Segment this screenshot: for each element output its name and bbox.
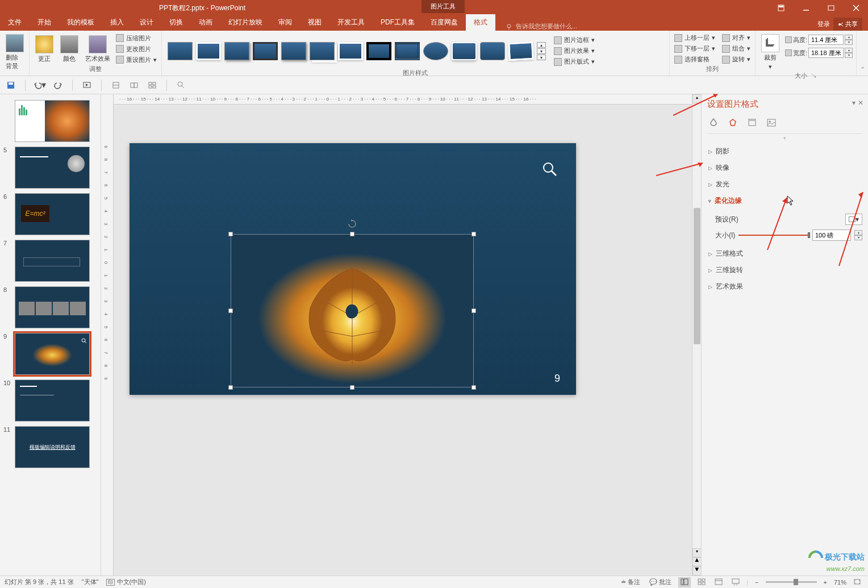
resize-handle-tr[interactable] (471, 232, 476, 236)
align-button[interactable]: 对齐 ▾ (721, 33, 752, 43)
zoom-level[interactable]: 71% (834, 579, 846, 586)
width-up[interactable]: ▴ (845, 48, 853, 53)
reflection-section[interactable]: ▷映像 (707, 160, 862, 176)
ribbon-display-options-icon[interactable] (769, 0, 793, 16)
picture-style-2[interactable] (196, 42, 221, 60)
scroll-down-button[interactable]: ▾ (692, 548, 702, 557)
picture-style-3[interactable] (224, 42, 249, 60)
soft-edge-size-input[interactable] (812, 230, 851, 241)
picture-style-10[interactable] (423, 42, 448, 60)
zoom-slider[interactable] (766, 581, 817, 583)
gallery-down-button[interactable]: ▾ (537, 48, 546, 54)
artistic-section[interactable]: ▷艺术效果 (707, 278, 862, 295)
thumb-slide-10[interactable]: 10 (0, 377, 101, 424)
close-icon[interactable] (844, 0, 868, 16)
collapse-ribbon-icon[interactable]: ⌃ (860, 66, 865, 73)
picture-tab[interactable] (765, 116, 778, 129)
qat-btn-6[interactable] (128, 79, 140, 91)
gallery-up-button[interactable]: ▴ (537, 42, 546, 48)
undo-button[interactable]: ▾ (34, 79, 46, 91)
picture-style-5[interactable] (281, 42, 306, 60)
normal-view-button[interactable] (678, 577, 691, 587)
tab-transition[interactable]: 切换 (161, 14, 191, 31)
thumb-slide-4[interactable] (0, 98, 101, 144)
comments-button[interactable]: 💬 批注 (647, 577, 674, 587)
qat-btn-7[interactable] (146, 79, 158, 91)
login-button[interactable]: 登录 (817, 20, 830, 28)
tab-review[interactable]: 审阅 (270, 14, 300, 31)
resize-handle-tl[interactable] (228, 232, 233, 236)
width-down[interactable]: ▾ (845, 53, 853, 58)
height-down[interactable]: ▾ (845, 40, 853, 45)
share-button[interactable]: 共享 (833, 18, 862, 31)
leaf-image[interactable] (231, 234, 474, 387)
size-up[interactable]: ▴ (854, 230, 862, 235)
tab-insert[interactable]: 插入 (102, 14, 132, 31)
picture-layout-button[interactable]: 图片版式 ▾ (553, 57, 596, 66)
preset-dropdown[interactable]: ▾ (845, 214, 862, 225)
tab-format[interactable]: 格式 (466, 14, 495, 31)
height-up[interactable]: ▴ (845, 35, 853, 40)
tab-animation[interactable]: 动画 (191, 14, 220, 31)
picture-style-7[interactable] (338, 42, 363, 60)
picture-style-12[interactable] (480, 42, 505, 60)
tab-view[interactable]: 视图 (300, 14, 329, 31)
glow-section[interactable]: ▷发光 (707, 176, 862, 193)
height-input[interactable] (808, 35, 844, 45)
thumb-slide-11[interactable]: 11 模板编辑说明和反馈 (0, 424, 101, 470)
width-input[interactable] (808, 48, 844, 58)
size-properties-tab[interactable] (746, 116, 758, 129)
change-picture-button[interactable]: 更改图片 (115, 44, 158, 54)
next-slide-button[interactable]: ⯆ (692, 566, 702, 576)
picture-style-11[interactable] (452, 42, 477, 60)
picture-style-13[interactable] (508, 41, 534, 60)
reading-view-button[interactable] (712, 577, 725, 587)
maximize-icon[interactable] (819, 0, 843, 16)
resize-handle-bm[interactable] (350, 385, 354, 390)
zoom-slider-thumb[interactable] (794, 579, 798, 585)
notes-button[interactable]: ≐ 备注 (619, 577, 642, 587)
picture-style-4[interactable] (253, 42, 278, 60)
thumb-slide-9[interactable]: 9 (0, 331, 101, 377)
tab-developer[interactable]: 开发工具 (329, 14, 373, 31)
picture-style-6[interactable] (310, 42, 335, 60)
tab-design[interactable]: 设计 (132, 14, 161, 31)
artistic-effects-button[interactable]: 艺术效果 (83, 34, 112, 64)
soft-edge-slider[interactable] (738, 235, 809, 236)
crop-button[interactable]: 裁剪 ▾ (759, 33, 782, 72)
picture-style-9[interactable] (395, 42, 420, 60)
color-button[interactable]: 颜色 (58, 34, 81, 64)
bring-forward-button[interactable]: 上移一层 ▾ (673, 33, 716, 43)
remove-background-button[interactable]: 删除背景 (3, 33, 26, 72)
corrections-button[interactable]: 更正 (33, 34, 56, 64)
rotation-3d-section[interactable]: ▷三维旋转 (707, 262, 862, 278)
size-down[interactable]: ▾ (854, 235, 862, 240)
start-from-beginning-button[interactable] (81, 79, 93, 91)
picture-border-button[interactable]: 图片边框 ▾ (553, 35, 596, 45)
selected-image[interactable] (231, 234, 474, 387)
thumb-slide-7[interactable]: 7 (0, 237, 101, 284)
picture-style-1[interactable] (168, 42, 193, 60)
vertical-scrollbar[interactable]: ▴ ▾ ⯅ ⯆ (692, 94, 701, 576)
save-button[interactable] (5, 79, 17, 91)
panel-close-icon[interactable]: ✕ (858, 99, 863, 107)
language-indicator[interactable]: 印 中文(中国) (106, 578, 145, 586)
resize-handle-ml[interactable] (228, 308, 233, 313)
slideshow-view-button[interactable] (729, 577, 742, 587)
selection-pane-button[interactable]: 选择窗格 (673, 55, 716, 64)
picture-effects-button[interactable]: 图片效果 ▾ (553, 46, 596, 56)
minimize-icon[interactable] (794, 0, 818, 16)
thumb-slide-8[interactable]: 8 (0, 284, 101, 331)
thumb-slide-5[interactable]: 5 (0, 144, 101, 191)
fit-to-window-button[interactable] (851, 577, 863, 587)
zoom-in-button[interactable]: + (821, 578, 829, 587)
zoom-out-button[interactable]: − (753, 578, 761, 587)
slide-canvas[interactable]: 9 (130, 143, 576, 395)
tab-pdftools[interactable]: PDF工具集 (373, 14, 423, 31)
format-3d-section[interactable]: ▷三维格式 (707, 245, 862, 262)
rotate-handle[interactable] (348, 219, 357, 228)
resize-handle-bl[interactable] (228, 385, 233, 390)
prev-slide-button[interactable]: ⯅ (692, 557, 702, 566)
compress-picture-button[interactable]: 压缩图片 (115, 34, 158, 43)
tab-template[interactable]: 我的模板 (59, 14, 102, 31)
